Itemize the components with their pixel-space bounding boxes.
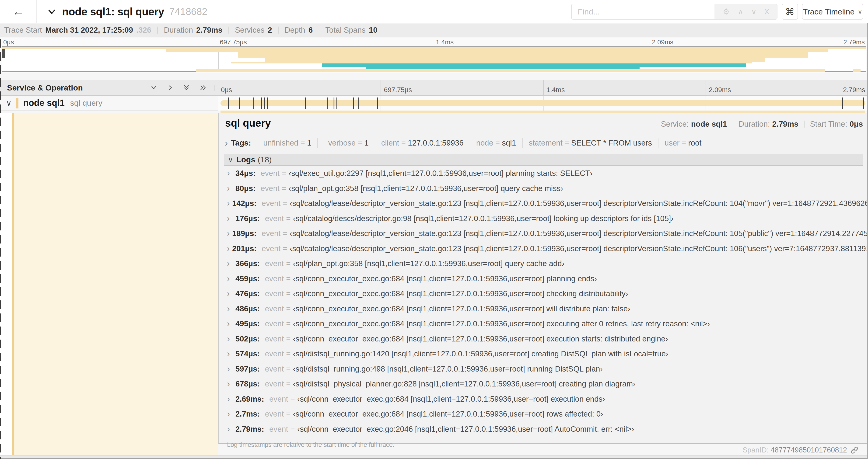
log-field-value: ‹sql/plan_opt.go:358 [nsql1,client=127.0…: [289, 184, 563, 193]
left-gutter: [0, 113, 12, 455]
back-button[interactable]: ←: [0, 0, 37, 23]
time-tick-label: 2.79ms: [843, 38, 865, 46]
service-color-bar: [12, 113, 14, 455]
locate-icon[interactable]: [722, 8, 730, 15]
find-input[interactable]: [572, 4, 714, 19]
log-row[interactable]: ›2.79ms:event=‹sql/conn_executor_exec.go…: [224, 422, 863, 437]
tag-key: client: [381, 138, 399, 147]
log-field-value: ‹sql/catalog/lease/descriptor_version_st…: [290, 244, 868, 253]
log-row[interactable]: ›201μs:event=‹sql/catalog/lease/descript…: [224, 241, 863, 256]
log-field-key: event: [265, 289, 284, 298]
service-label: Service:: [661, 120, 688, 129]
tags-list: _unfinished=1_verbose=1client=127.0.0.1:…: [253, 138, 708, 147]
log-event-marker: [863, 97, 864, 109]
tag-item[interactable]: statement=SELECT * FROM users: [523, 138, 658, 147]
log-row[interactable]: ›502μs:event=‹sql/conn_executor_exec.go:…: [224, 331, 863, 347]
log-event-marker: [228, 97, 229, 109]
logs-header[interactable]: ∨ Logs (18): [224, 154, 863, 166]
log-equals: =: [283, 229, 287, 238]
link-icon[interactable]: [850, 446, 859, 454]
log-row[interactable]: ›486μs:event=‹sql/conn_executor_exec.go:…: [224, 301, 863, 317]
span-row: ∨ node sql1 sql query: [0, 96, 868, 110]
tag-item[interactable]: _verbose=1: [318, 138, 375, 147]
prev-result-icon[interactable]: ∧: [738, 7, 743, 16]
trace-view-select[interactable]: Trace Timeline ∨: [802, 4, 863, 20]
log-event-marker: [239, 97, 240, 109]
log-field-value: ‹sql/distsql_running.go:1420 [nsql1,clie…: [293, 349, 669, 358]
log-row[interactable]: ›142μs:event=‹sql/catalog/lease/descript…: [224, 196, 863, 211]
logs-count: (18): [257, 155, 272, 164]
log-field-value: ‹sql/distsql_running.go:498 [nsql1,clien…: [293, 365, 603, 373]
log-equals: =: [290, 425, 295, 434]
timeline-grid-header: Service & Operation 0μs697.75μs1.4ms2.09…: [0, 80, 868, 96]
expand-all-icon[interactable]: [198, 84, 207, 92]
tag-item[interactable]: _unfinished=1: [253, 138, 318, 147]
service-operation-title: Service & Operation: [7, 83, 83, 92]
span-detail-mini-bar: [220, 110, 865, 113]
span-row-name-cell[interactable]: ∨ node sql1 sql query: [0, 96, 218, 110]
log-equals: =: [290, 395, 295, 403]
chevron-down-icon[interactable]: ∨: [6, 99, 11, 107]
time-tick-label: 2.79ms: [843, 86, 865, 94]
duration-value: 2.79ms: [772, 120, 799, 129]
log-row[interactable]: ›597μs:event=‹sql/distsql_running.go:498…: [224, 362, 863, 377]
tag-item[interactable]: node=sql1: [470, 138, 523, 147]
tag-key: statement: [529, 138, 563, 147]
log-row[interactable]: ›2.69ms:event=‹sql/conn_executor_exec.go…: [224, 392, 863, 407]
tag-value: SELECT * FROM users: [571, 138, 652, 147]
collapse-all-icon[interactable]: [182, 84, 191, 92]
minimap-span-bar: [853, 69, 861, 72]
minimap-canvas[interactable]: [2, 46, 866, 72]
log-row[interactable]: ›189μs:event=‹sql/catalog/lease/descript…: [224, 226, 863, 241]
log-equals: =: [286, 380, 290, 388]
log-field-key: event: [265, 365, 284, 373]
column-resize-grip[interactable]: [212, 85, 214, 91]
tag-item[interactable]: client=127.0.0.1:59936: [375, 138, 470, 147]
log-row[interactable]: ›80μs:event=‹sql/plan_opt.go:358 [nsql1,…: [224, 181, 863, 196]
tag-value: 127.0.0.1:59936: [408, 138, 464, 147]
log-time: 142μs:: [232, 199, 257, 208]
log-time: 2.69ms:: [236, 395, 264, 403]
log-row[interactable]: ›495μs:event=‹sql/conn_executor_exec.go:…: [224, 316, 863, 331]
tag-item[interactable]: user=root: [658, 138, 708, 147]
keyboard-shortcuts-button[interactable]: ⌘: [782, 4, 798, 20]
log-time: 2.79ms:: [236, 425, 264, 434]
log-row[interactable]: ›476μs:event=‹sql/conn_executor_exec.go:…: [224, 286, 863, 301]
log-row[interactable]: ›678μs:event=‹sql/distsql_physical_plann…: [224, 376, 863, 392]
log-row[interactable]: ›34μs:event=‹sql/exec_util.go:2297 [nsql…: [224, 166, 863, 181]
log-row[interactable]: ›459μs:event=‹sql/conn_executor_exec.go:…: [224, 271, 863, 286]
log-field-value: ‹sql/conn_executor_exec.go:684 [nsql1,cl…: [293, 289, 628, 298]
log-row[interactable]: ›176μs:event=‹sql/catalog/descs/descript…: [224, 211, 863, 226]
right-scrollbar[interactable]: [867, 0, 868, 459]
log-field-value: ‹sql/distsql_physical_planner.go:828 [ns…: [293, 380, 636, 388]
time-tick-label: 0μs: [221, 86, 232, 94]
chevron-down-icon[interactable]: [46, 6, 57, 17]
left-scrollbar[interactable]: [0, 39, 1, 459]
tag-value: 1: [364, 138, 368, 147]
log-field-key: event: [260, 184, 280, 193]
log-field-key: event: [265, 349, 284, 358]
log-field-key: event: [265, 274, 284, 283]
summary-label: Duration: [164, 26, 193, 35]
log-field-key: event: [269, 425, 288, 434]
log-event-marker: [335, 97, 335, 109]
log-field-value: ‹sql/conn_executor_exec.go:684 [nsql1,cl…: [293, 409, 603, 418]
collapse-one-icon[interactable]: [150, 84, 158, 92]
log-row[interactable]: ›2.7ms:event=‹sql/conn_executor_exec.go:…: [224, 406, 863, 422]
time-tick-label: 0μs: [3, 38, 14, 46]
tags-row[interactable]: › Tags: _unfinished=1_verbose=1client=12…: [225, 137, 868, 149]
log-row[interactable]: ›574μs:event=‹sql/distsql_running.go:142…: [224, 346, 863, 362]
spanid-value: 4877749850101760812: [771, 446, 847, 454]
tag-value: sql1: [502, 138, 516, 147]
log-field-key: event: [269, 395, 288, 403]
span-detail-panel: sql query Service: node sql1 Duration: 2…: [218, 113, 868, 444]
tags-label: Tags:: [231, 138, 251, 147]
log-event-marker: [267, 97, 268, 109]
log-field-key: event: [265, 304, 284, 313]
log-event-marker: [331, 97, 331, 109]
log-row[interactable]: ›366μs:event=‹sql/plan_opt.go:358 [nsql1…: [224, 256, 863, 271]
spanid-row: SpanID: 4877749850101760812: [742, 446, 859, 454]
clear-search-icon[interactable]: X: [764, 7, 769, 16]
expand-one-icon[interactable]: [166, 84, 174, 92]
next-result-icon[interactable]: ∨: [751, 7, 756, 16]
